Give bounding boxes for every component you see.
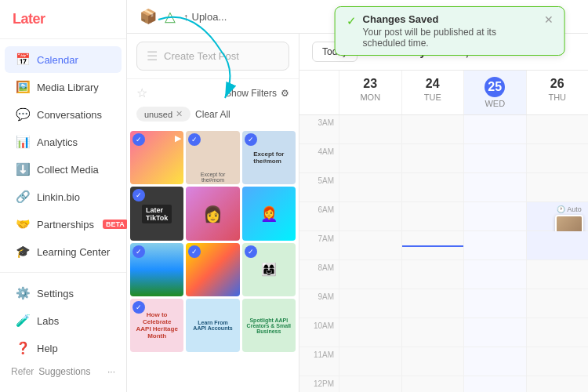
refer-row: Refer Suggestions ··· <box>0 362 126 381</box>
star-icon[interactable]: ☆ <box>136 85 147 100</box>
remove-tag-icon[interactable]: ✕ <box>176 109 183 119</box>
time-cell[interactable] <box>401 318 464 347</box>
time-cell[interactable] <box>339 260 401 289</box>
list-item[interactable]: ✓ 👩‍👩‍👧 <box>242 243 296 296</box>
sidebar-item-help[interactable]: ❓ Help <box>5 335 122 361</box>
time-cell[interactable] <box>401 144 464 172</box>
sidebar-item-collect-media[interactable]: ⬇️ Collect Media <box>5 156 122 183</box>
time-cell[interactable] <box>401 347 464 376</box>
time-cell[interactable] <box>339 173 401 201</box>
time-cell[interactable] <box>401 115 464 143</box>
time-cell-today[interactable] <box>463 289 526 318</box>
list-item[interactable]: 👩‍🦰 <box>242 187 296 240</box>
list-item[interactable]: ✓ <box>130 243 183 296</box>
time-cell-today[interactable] <box>463 318 526 347</box>
list-item[interactable]: How to CelebrateAAPI HeritageMonth ✓ <box>130 299 183 352</box>
sidebar-item-partnerships[interactable]: 🤝 Partnerships BETA <box>5 211 122 238</box>
upload-button[interactable]: ↑ Uploa... <box>183 11 227 23</box>
close-icon[interactable]: ✕ <box>544 13 554 26</box>
list-item[interactable]: 👩 <box>186 187 239 240</box>
time-cell[interactable] <box>526 376 589 392</box>
sidebar-item-conversations[interactable]: 💬 Conversations <box>5 101 122 128</box>
time-cell[interactable] <box>401 202 464 230</box>
time-cell-today[interactable] <box>463 231 526 260</box>
time-cell[interactable] <box>526 173 589 201</box>
time-label: 6AM <box>299 202 339 230</box>
settings-icon: ⚙️ <box>16 286 30 300</box>
sidebar-item-learning-center[interactable]: 🎓 Learning Center <box>5 238 122 265</box>
time-cell-today[interactable] <box>463 376 526 392</box>
sidebar-item-analytics[interactable]: 📊 Analytics <box>5 129 122 155</box>
day-name: THU <box>548 93 566 102</box>
sidebar-item-label: Learning Center <box>37 246 110 258</box>
selected-check: ✓ <box>132 133 145 146</box>
upload-icons: 📦 △ ↑ Uploa... <box>140 8 227 25</box>
time-row-12pm: 12PM <box>299 376 588 392</box>
time-cell[interactable] <box>339 115 401 143</box>
list-item[interactable]: ✓ ▶ <box>130 131 183 184</box>
linkin-bio-icon: 🔗 <box>16 190 30 204</box>
time-label: 11AM <box>299 347 339 376</box>
logo-area: Later <box>0 0 126 39</box>
list-item[interactable]: ✓ Except forthe#mom <box>242 131 296 184</box>
sidebar-item-media-library[interactable]: 🖼️ Media Library <box>5 74 122 100</box>
list-item[interactable]: ✓ Except forthe#mom <box>186 131 239 184</box>
clear-all-button[interactable]: Clear All <box>195 109 230 120</box>
time-cell[interactable] <box>339 144 401 172</box>
upload-icon: ↑ <box>183 11 189 23</box>
time-cell[interactable] <box>339 318 401 347</box>
day-headers: 23 MON 24 TUE 25 WED 26 THU <box>299 71 588 115</box>
show-filters-button[interactable]: Show Filters ⚙ <box>225 88 289 99</box>
time-label: 10AM <box>299 318 339 347</box>
time-cell[interactable] <box>526 289 589 318</box>
time-label: 5AM <box>299 173 339 201</box>
time-cell-today[interactable] <box>463 173 526 201</box>
day-header-tue: 24 TUE <box>401 71 464 114</box>
time-cell[interactable] <box>526 347 589 376</box>
sidebar-item-settings[interactable]: ⚙️ Settings <box>5 280 122 307</box>
time-cell-today[interactable] <box>463 144 526 172</box>
sidebar-item-linkin-bio[interactable]: 🔗 Linkin.bio <box>5 183 122 210</box>
learning-center-icon: 🎓 <box>16 245 30 259</box>
account-switcher[interactable]: MG Main Group 6 Social Profiles ⌃ <box>5 384 122 392</box>
time-cell-today[interactable] <box>463 260 526 289</box>
day-name: MON <box>360 93 380 102</box>
list-item[interactable]: Spotlight AAPICreators & SmallBusiness <box>242 299 296 352</box>
sidebar-item-calendar[interactable]: 📅 Calendar <box>5 46 122 73</box>
time-cell[interactable] <box>401 376 464 392</box>
time-cell[interactable] <box>526 260 589 289</box>
time-cell-highlight[interactable] <box>526 231 589 260</box>
list-item[interactable]: ✓ <box>186 243 239 296</box>
time-row-10am: 10AM <box>299 318 588 347</box>
media-panel: ☰ Create Text Post ☆ Show Filters ⚙ unus… <box>127 34 299 392</box>
list-item[interactable]: Learn FromAAPI Accounts <box>186 299 239 352</box>
dropbox-icon[interactable]: 📦 <box>140 8 157 25</box>
time-cell[interactable] <box>526 115 589 143</box>
time-cell[interactable] <box>339 289 401 318</box>
time-cell[interactable] <box>339 202 401 230</box>
time-cell-today[interactable] <box>463 115 526 143</box>
time-cell[interactable] <box>339 347 401 376</box>
time-cell[interactable] <box>401 231 464 260</box>
notification-banner: ✓ Changes Saved Your post will be publis… <box>335 6 565 56</box>
time-cell-highlight[interactable]: 🕐 Auto <box>526 202 589 230</box>
time-cell-today[interactable] <box>463 202 526 230</box>
time-cell-today[interactable] <box>463 347 526 376</box>
time-cell[interactable] <box>526 144 589 172</box>
time-cell[interactable] <box>401 173 464 201</box>
sidebar-item-label: Media Library <box>37 82 99 93</box>
clock-icon: 🕐 <box>557 205 565 213</box>
sidebar-item-labs[interactable]: 🧪 Labs <box>5 307 122 334</box>
time-cell[interactable] <box>339 231 401 260</box>
create-text-post-button[interactable]: ☰ Create Text Post <box>136 42 289 71</box>
time-cell[interactable] <box>526 318 589 347</box>
time-row-7am: 7AM <box>299 231 588 260</box>
time-cell[interactable] <box>401 289 464 318</box>
gdrive-icon[interactable]: △ <box>165 8 176 25</box>
tag-chip-unused[interactable]: unused ✕ <box>136 107 191 122</box>
more-options-icon[interactable]: ··· <box>107 366 115 377</box>
time-cell[interactable] <box>339 376 401 392</box>
list-item[interactable]: ✓ LaterTikTok <box>130 187 183 240</box>
play-icon: ▶ <box>175 133 181 143</box>
time-cell[interactable] <box>401 260 464 289</box>
